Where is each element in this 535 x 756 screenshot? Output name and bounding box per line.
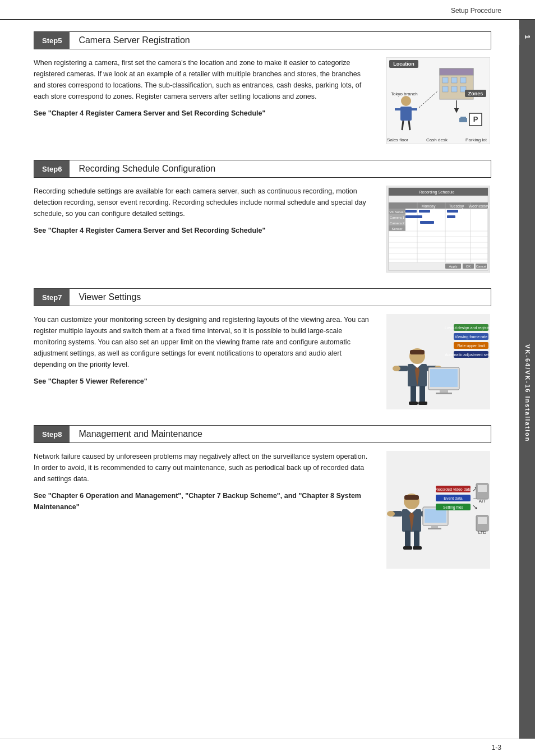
- step5-header: Step5 Camera Server Registration: [34, 31, 491, 49]
- svg-rect-112: [414, 531, 419, 547]
- step6-header: Step6 Recording Schedule Configuration: [34, 160, 491, 178]
- step5-description: When registering a camera, first set the…: [34, 57, 373, 102]
- svg-rect-98: [404, 495, 419, 500]
- step7-text: You can customize your monitoring screen…: [34, 314, 373, 409]
- svg-rect-82: [440, 390, 448, 393]
- svg-text:Recorded video data: Recorded video data: [435, 487, 471, 491]
- svg-text:Location: Location: [393, 61, 414, 67]
- svg-text:Apply: Apply: [449, 265, 457, 268]
- svg-rect-111: [405, 531, 411, 547]
- step5-label: Step5: [34, 32, 70, 49]
- svg-rect-125: [478, 485, 487, 492]
- svg-rect-8: [442, 86, 448, 92]
- svg-text:Rate upper limit: Rate upper limit: [457, 344, 485, 348]
- step6-description: Recording schedule settings are availabl…: [34, 186, 373, 219]
- step6-see-also: See "Chapter 4 Register Camera Server an…: [34, 225, 373, 236]
- step8-label: Step8: [34, 426, 70, 442]
- svg-text:Setting files: Setting files: [442, 505, 463, 510]
- step5-image: Location: [385, 57, 491, 144]
- step7-image: Layout design and registration Viewing f…: [385, 314, 491, 409]
- step6-section: Step6 Recording Schedule Configuration R…: [34, 160, 491, 273]
- svg-rect-45: [419, 210, 430, 213]
- svg-rect-108: [425, 509, 446, 523]
- svg-rect-50: [447, 215, 455, 218]
- right-tab-text: VK-64/VK-16 Installation: [524, 344, 531, 442]
- page-number: 1-3: [492, 744, 501, 752]
- svg-point-14: [401, 96, 411, 106]
- svg-rect-49: [405, 215, 422, 218]
- svg-text:Sales floor: Sales floor: [387, 137, 408, 142]
- step7-section: Step7 Viewer Settings You can customize …: [34, 288, 491, 409]
- main-content: Step5 Camera Server Registration When re…: [0, 20, 535, 739]
- svg-line-19: [409, 121, 410, 130]
- svg-text:Automatic adjustment settings: Automatic adjustment settings: [445, 353, 490, 357]
- svg-rect-83: [436, 393, 452, 394]
- step8-body: Network failure caused by unforeseen pro…: [34, 451, 491, 569]
- svg-point-105: [387, 511, 395, 517]
- svg-text:LTD: LTD: [478, 530, 486, 535]
- svg-rect-33: [389, 196, 488, 202]
- svg-text:OK: OK: [465, 265, 471, 268]
- svg-rect-46: [447, 210, 458, 213]
- step8-text: Network failure caused by unforeseen pro…: [34, 451, 373, 569]
- mgmt-diagram-svg: Recorded video data Event data Setting f…: [386, 451, 490, 569]
- svg-rect-94: [409, 402, 418, 405]
- step7-description: You can customize your monitoring screen…: [34, 314, 373, 370]
- step6-title: Recording Schedule Configuration: [70, 160, 491, 177]
- location-diagram-svg: Location: [386, 57, 490, 144]
- svg-text:Layout design and registration: Layout design and registration: [445, 326, 490, 330]
- step8-title: Management and Maintenance: [70, 426, 491, 442]
- step8-image: Recorded video data Event data Setting f…: [385, 451, 491, 569]
- svg-rect-71: [410, 350, 425, 354]
- svg-text:Tokyo branch: Tokyo branch: [391, 91, 418, 96]
- step6-image: Recording Schedule Monday Tuesday Wednes…: [385, 186, 491, 273]
- step8-description: Network failure caused by unforeseen pro…: [34, 451, 373, 485]
- svg-rect-128: [478, 517, 487, 524]
- svg-text:AIT: AIT: [478, 499, 486, 504]
- step6-label: Step6: [34, 160, 70, 177]
- step7-title: Viewer Settings: [70, 289, 491, 306]
- svg-text:Cash desk: Cash desk: [426, 137, 448, 142]
- right-tab: 1 VK-64/VK-16 Installation: [519, 20, 535, 739]
- svg-text:Camera 1: Camera 1: [389, 216, 404, 219]
- svg-point-78: [393, 366, 400, 371]
- svg-rect-4: [440, 68, 473, 75]
- step7-label: Step7: [34, 289, 70, 306]
- svg-line-18: [402, 121, 403, 130]
- svg-text:Monday: Monday: [421, 204, 435, 209]
- step7-body: You can customize your monitoring screen…: [34, 314, 491, 409]
- step5-body: When registering a camera, first set the…: [34, 57, 491, 144]
- svg-rect-6: [451, 77, 457, 83]
- svg-text:Cancel: Cancel: [476, 265, 486, 268]
- svg-text:Viewing frame rate: Viewing frame rate: [454, 335, 487, 339]
- page-footer: 1-3: [0, 739, 535, 756]
- step5-section: Step5 Camera Server Registration When re…: [34, 31, 491, 144]
- svg-text:Wednesday: Wednesday: [468, 204, 489, 209]
- step5-see-also: See "Chapter 4 Register Camera Server an…: [34, 108, 373, 119]
- svg-rect-95: [418, 402, 427, 405]
- svg-rect-81: [430, 369, 458, 387]
- svg-rect-7: [460, 77, 466, 83]
- svg-text:↘: ↘: [472, 503, 478, 511]
- page: Setup Procedure Step5 Camera Server Regi…: [0, 0, 535, 756]
- svg-rect-113: [403, 546, 412, 550]
- svg-rect-114: [413, 546, 422, 550]
- viewer-diagram-svg: Layout design and registration Viewing f…: [386, 314, 490, 409]
- svg-text:Camera 2: Camera 2: [389, 222, 404, 225]
- step6-text: Recording schedule settings are availabl…: [34, 186, 373, 273]
- right-tab-number: 1: [519, 29, 535, 45]
- step6-body: Recording schedule settings are availabl…: [34, 186, 491, 273]
- step8-see-also: See "Chapter 6 Operation and Management"…: [34, 490, 373, 513]
- svg-rect-92: [411, 386, 416, 403]
- svg-text:Sensor: Sensor: [391, 227, 402, 231]
- svg-text:Event data: Event data: [444, 496, 463, 500]
- step8-header: Step8 Management and Maintenance: [34, 425, 491, 443]
- svg-rect-93: [419, 386, 425, 403]
- svg-text:Recording Schedule: Recording Schedule: [419, 190, 454, 195]
- svg-rect-109: [431, 525, 438, 528]
- svg-rect-9: [451, 86, 457, 92]
- step5-text: When registering a camera, first set the…: [34, 57, 373, 144]
- svg-text:Zones: Zones: [468, 91, 483, 96]
- header-title: Setup Procedure: [451, 7, 501, 15]
- svg-rect-5: [442, 77, 448, 83]
